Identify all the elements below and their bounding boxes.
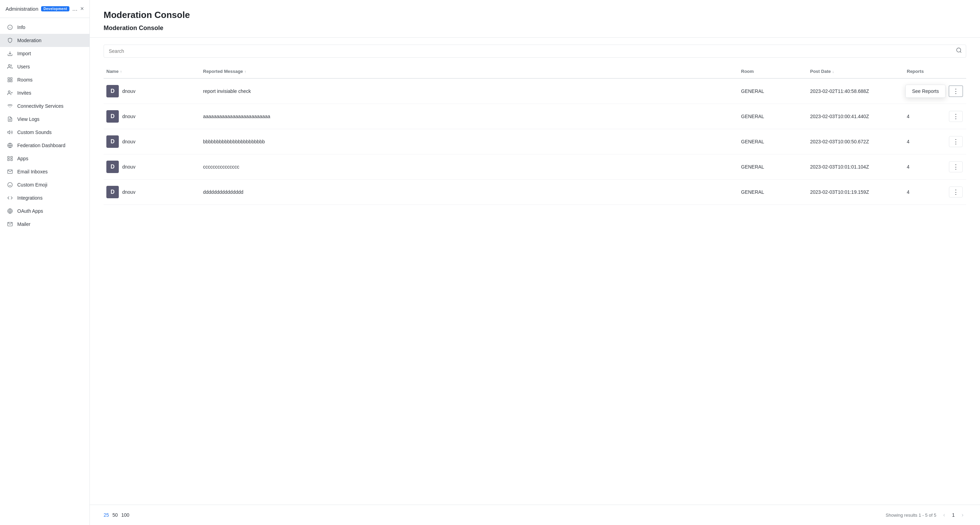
sidebar-item-moderation[interactable]: Moderation <box>0 34 89 47</box>
sidebar-item-info[interactable]: Info <box>0 21 89 34</box>
table-row: D dnouv ccccccccccccccc GENERAL 2023-02-… <box>103 154 966 180</box>
sidebar-item-label-custom-emoji: Custom Emoji <box>17 182 47 188</box>
showing-text: Showing results 1 - 5 of 5 <box>886 512 937 518</box>
svg-point-28 <box>956 48 961 52</box>
col-post-date-sort-icon: ↓ <box>832 69 834 73</box>
sidebar-item-label-info: Info <box>17 24 25 30</box>
prev-page-button[interactable]: ‹ <box>941 511 948 519</box>
sidebar-item-custom-sounds[interactable]: Custom Sounds <box>0 126 89 139</box>
svg-point-4 <box>8 65 10 66</box>
col-reports: Reports <box>904 67 945 75</box>
user-cell-4: D dnouv <box>103 158 200 176</box>
action-cell-5: ⋮ <box>945 184 966 200</box>
user-cell-3: D dnouv <box>103 133 200 151</box>
sidebar-item-label-integrations: Integrations <box>17 195 43 200</box>
col-post-date-label: Post Date <box>810 69 831 74</box>
avatar-5: D <box>107 186 119 198</box>
sidebar-item-import[interactable]: Import <box>0 47 89 60</box>
sidebar-item-label-rooms: Rooms <box>17 77 32 83</box>
page-title: Moderation Console <box>103 10 966 21</box>
dev-badge: Development <box>41 6 69 11</box>
col-post-date[interactable]: Post Date ↓ <box>807 67 904 75</box>
svg-line-29 <box>960 51 961 52</box>
col-room-label: Room <box>741 69 754 74</box>
sidebar-header-title: Administration Development ... <box>6 5 77 13</box>
connectivity-icon <box>7 103 13 109</box>
footer: 25 50 100 Showing results 1 - 5 of 5 ‹ 1… <box>90 504 980 525</box>
reports-count-2: 4 <box>904 111 945 122</box>
col-reported-message[interactable]: Reported Message ↑ <box>200 67 738 75</box>
svg-point-22 <box>8 182 12 187</box>
oauth-icon <box>7 208 13 214</box>
col-name[interactable]: Name ↑ <box>103 67 200 75</box>
col-reported-message-label: Reported Message <box>203 69 243 74</box>
action-cell-2: ⋮ <box>945 108 966 125</box>
sidebar-item-apps[interactable]: Apps <box>0 152 89 165</box>
sidebar-item-rooms[interactable]: Rooms <box>0 73 89 86</box>
room-2: GENERAL <box>738 111 807 122</box>
svg-rect-19 <box>11 159 13 161</box>
sidebar-item-oauth-apps[interactable]: OAuth Apps <box>0 204 89 218</box>
svg-rect-18 <box>11 156 13 158</box>
pagination: Showing results 1 - 5 of 5 ‹ 1 › <box>886 511 966 519</box>
email-icon <box>7 169 13 175</box>
sidebar-item-users[interactable]: Users <box>0 60 89 73</box>
sounds-icon <box>7 129 13 135</box>
sidebar-item-label-invites: Invites <box>17 90 31 95</box>
search-input[interactable] <box>103 45 966 58</box>
action-cell-4: ⋮ <box>945 159 966 175</box>
reports-count-3: 4 <box>904 136 945 147</box>
svg-point-9 <box>8 91 10 92</box>
col-reported-message-sort-icon: ↑ <box>245 69 247 73</box>
per-page-selector: 25 50 100 <box>103 512 129 518</box>
post-date-1: 2023-02-02T11:40:58.688Z <box>807 86 904 97</box>
table-row: D dnouv aaaaaaaaaaaaaaaaaaaaaaaaa GENERA… <box>103 104 966 129</box>
per-page-100[interactable]: 100 <box>121 512 129 518</box>
reported-message-2: aaaaaaaaaaaaaaaaaaaaaaaaa <box>200 111 738 122</box>
next-page-button[interactable]: › <box>959 511 966 519</box>
main-content: Moderation Console Moderation Console Na… <box>90 0 980 525</box>
per-page-25[interactable]: 25 <box>103 512 109 518</box>
sidebar-item-mailer[interactable]: Mailer <box>0 218 89 231</box>
sidebar-item-invites[interactable]: Invites <box>0 86 89 99</box>
search-button[interactable] <box>956 47 962 55</box>
kebab-button-3[interactable]: ⋮ <box>949 136 963 147</box>
sidebar-item-integrations[interactable]: Integrations <box>0 191 89 204</box>
close-icon[interactable]: × <box>80 5 84 13</box>
sidebar-nav: Info Moderation Import Users Rooms Invit… <box>0 18 89 234</box>
see-reports-popup[interactable]: See Reports <box>905 84 945 98</box>
sidebar-item-custom-emoji[interactable]: Custom Emoji <box>0 178 89 191</box>
col-room: Room <box>738 67 807 75</box>
svg-rect-8 <box>8 80 10 82</box>
sidebar: Administration Development ... × Info Mo… <box>0 0 90 525</box>
kebab-button-4[interactable]: ⋮ <box>949 161 963 172</box>
table-row: D dnouv report invisiable check GENERAL … <box>103 79 966 104</box>
sidebar-item-email-inboxes[interactable]: Email Inboxes <box>0 165 89 178</box>
sidebar-item-label-connectivity-services: Connectivity Services <box>17 103 64 109</box>
users-icon <box>7 64 13 70</box>
sidebar-item-federation-dashboard[interactable]: Federation Dashboard <box>0 139 89 152</box>
kebab-button-2[interactable]: ⋮ <box>949 111 963 122</box>
page-header: Moderation Console Moderation Console <box>90 0 980 38</box>
svg-marker-14 <box>8 130 10 134</box>
per-page-50[interactable]: 50 <box>113 512 118 518</box>
rooms-icon <box>7 77 13 83</box>
username-4: dnouv <box>122 164 135 170</box>
sidebar-item-label-view-logs: View Logs <box>17 116 39 122</box>
reported-message-1: report invisiable check <box>200 86 738 97</box>
sidebar-item-label-email-inboxes: Email Inboxes <box>17 169 48 174</box>
post-date-2: 2023-02-03T10:00:41.440Z <box>807 111 904 122</box>
chevron-left-icon: ‹ <box>943 512 945 518</box>
kebab-button-1[interactable]: ⋮ <box>948 85 963 97</box>
sidebar-item-connectivity-services[interactable]: Connectivity Services <box>0 99 89 113</box>
post-date-4: 2023-02-03T10:01:01.104Z <box>807 161 904 172</box>
reported-message-4: ccccccccccccccc <box>200 161 738 172</box>
header-ellipsis[interactable]: ... <box>72 5 77 13</box>
svg-rect-6 <box>10 78 12 80</box>
kebab-button-5[interactable]: ⋮ <box>949 186 963 197</box>
sidebar-item-view-logs[interactable]: View Logs <box>0 113 89 126</box>
apps-icon <box>7 156 13 162</box>
room-3: GENERAL <box>738 136 807 147</box>
reports-count-5: 4 <box>904 186 945 197</box>
shield-icon <box>7 37 13 43</box>
